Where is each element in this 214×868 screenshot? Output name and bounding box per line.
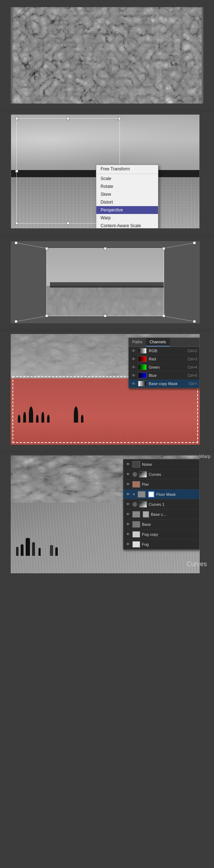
section-transform: Free Transform Scale Rotate Skew Distort… [0,113,214,234]
perspective-canvas [11,241,200,323]
layer-row-base[interactable]: 👁 Base [123,519,199,529]
layer-row-fog-copy[interactable]: 👁 Fog copy [123,529,199,539]
channel-row-mask[interactable]: 👁 Base copy Mask Ctrl+\ [129,380,199,388]
layer-row-fog[interactable]: 👁 Fog [123,539,199,549]
layer-thumb-noise [132,461,140,468]
layer-eye-fog-copy[interactable]: 👁 [126,532,131,537]
panel-tabs: Paths Channels [129,338,199,347]
tab-paths[interactable]: Paths [129,338,146,346]
persp-handle-br[interactable] [162,314,165,317]
channel-shortcut-green: Ctrl+4 [188,365,197,369]
layer-thumb-floor-mask [138,491,146,498]
channel-row-rgb[interactable]: 👁 RGB Ctrl+2 [129,347,199,355]
layer-name-fog: Fog [142,542,197,547]
menu-scale[interactable]: Scale [96,175,158,183]
channel-row-red[interactable]: 👁 Red Ctrl+3 [129,355,199,363]
curves-label: Curves [187,560,207,568]
layer-thumb-pier [132,481,140,488]
layers-panel: 👁 Noise 👁 ℒ Curves 👁 Pier 👁 ▼ [123,459,200,550]
curves1-adjustment-icon: ℒ [132,502,137,507]
menu-skew[interactable]: Skew [96,190,158,198]
corner-handle-tr-ext[interactable] [193,241,196,244]
svg-line-4 [164,316,194,321]
persp-handle-bl[interactable] [45,314,48,317]
menu-free-transform[interactable]: Free Transform [96,165,158,173]
layer-eye-base[interactable]: 👁 [126,522,131,527]
layer-thumb-base [132,521,140,528]
channel-shortcut-mask: Ctrl+\ [189,382,197,386]
channel-row-blue[interactable]: 👁 Blue Ctrl+5 [129,371,199,380]
channel-name-green: Green [149,365,185,369]
layer-name-curves: Curves [149,472,197,477]
menu-warp[interactable]: Warp [96,214,158,222]
layer-row-noise[interactable]: 👁 Noise [123,459,199,469]
group-expand-icon[interactable]: ▼ [132,493,136,496]
persp-handle-tr[interactable] [162,247,165,250]
layer-eye-fog[interactable]: 👁 [126,542,131,547]
menu-rotate[interactable]: Rotate [96,183,158,190]
layer-thumb-curves [139,471,147,478]
layer-row-curves1[interactable]: 👁 ℒ Curves 1 [123,499,199,509]
layer-name-base: Base [142,522,197,527]
channel-eye-rgb[interactable]: 👁 [131,348,136,353]
tab-channels[interactable]: Channels [146,338,169,346]
layer-thumb-base-copy-mask [143,511,149,518]
fp-3 [26,538,30,556]
divider-1 [0,109,214,113]
canvas-area-1 [11,7,203,104]
layer-eye-curves[interactable]: 👁 [126,472,131,477]
channel-eye-blue[interactable]: 👁 [131,373,136,378]
layer-name-pier: Pier [142,482,197,487]
layer-eye-floor-mask[interactable]: 👁 [126,492,131,497]
channel-eye-green[interactable]: 👁 [131,365,136,370]
divider-3 [0,329,214,332]
layer-row-curves[interactable]: 👁 ℒ Curves [123,469,199,479]
menu-separator-1 [96,174,158,174]
final-canvas: 👁 Noise 👁 ℒ Curves 👁 Pier 👁 ▼ [11,455,200,573]
channel-name-red: Red [149,357,185,361]
fp-6 [50,545,53,556]
section-perspective [0,238,214,329]
channels-panel: Paths Channels 👁 RGB Ctrl+2 👁 Red Ctrl+3… [128,338,200,388]
channel-thumb-green [138,364,147,370]
layer-thumb-fog-copy [132,531,140,538]
layer-row-floor-mask[interactable]: 👁 ▼ Floor Mask [123,489,199,499]
noise-canvas [12,7,202,104]
persp-handle-tl[interactable] [45,247,48,250]
channel-row-green[interactable]: 👁 Green Ctrl+4 [129,363,199,371]
menu-perspective[interactable]: Perspective [96,206,158,214]
photo-canvas: Paths Channels 👁 RGB Ctrl+2 👁 Red Ctrl+3… [11,334,200,445]
channel-eye-mask[interactable]: 👁 [131,381,136,386]
channel-shortcut-rgb: Ctrl+2 [188,349,197,353]
corner-handle-br-ext[interactable] [193,320,196,323]
fp-1 [16,547,19,556]
persp-handle-tm[interactable] [104,247,107,250]
context-menu: Free Transform Scale Rotate Skew Distort… [96,165,158,229]
layer-mask-thumb-floor [148,491,154,498]
layer-row-base-copy[interactable]: 👁 Base c... [123,509,199,519]
section-layers: Warp [0,454,214,579]
corner-handle-bl-ext[interactable] [15,320,17,323]
layer-name-noise: Noise [142,462,197,467]
layer-thumb-fog [132,541,140,548]
persp-handle-bm[interactable] [104,314,107,317]
fp-5 [39,548,41,556]
channel-name-mask: Base copy Mask [149,381,187,386]
layer-eye-pier[interactable]: 👁 [126,482,131,487]
corner-handle-tl-ext[interactable] [15,241,17,244]
layer-eye-base-copy[interactable]: 👁 [126,512,131,517]
final-people [16,538,58,556]
menu-distort[interactable]: Distort [96,198,158,206]
channel-eye-red[interactable]: 👁 [131,356,136,361]
section-channels: Paths Channels 👁 RGB Ctrl+2 👁 Red Ctrl+3… [0,332,214,450]
layer-row-pier[interactable]: 👁 Pier [123,479,199,489]
svg-line-1 [16,243,46,248]
layer-name-curves1: Curves 1 [149,502,197,507]
noise-svg [12,7,202,104]
svg-line-2 [164,243,194,248]
fp-2 [21,544,24,556]
menu-content-aware-scale[interactable]: Content-Aware Scale [96,222,158,229]
layer-eye-curves1[interactable]: 👁 [126,502,131,507]
layer-thumb-curves1 [139,501,147,508]
layer-eye-noise[interactable]: 👁 [126,462,131,467]
